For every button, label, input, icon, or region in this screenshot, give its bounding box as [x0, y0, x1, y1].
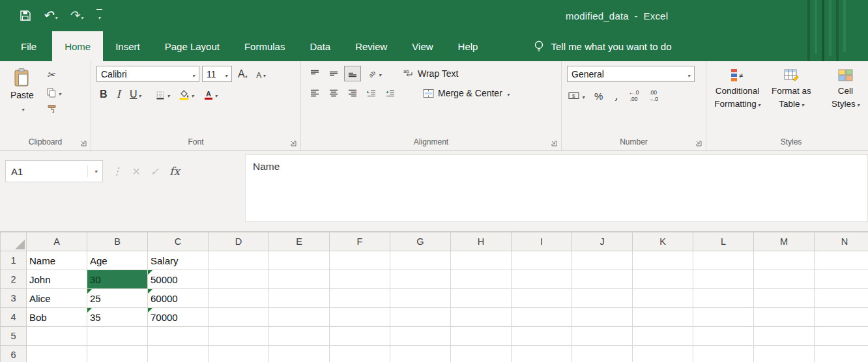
cell-D4[interactable]: [209, 308, 269, 327]
cell-L6[interactable]: [693, 346, 754, 362]
alignment-dialog-launcher[interactable]: [550, 139, 558, 148]
cell-J4[interactable]: [572, 308, 633, 327]
paste-button[interactable]: Paste: [5, 66, 39, 135]
cell-M6[interactable]: [754, 346, 815, 362]
cell-A6[interactable]: [27, 346, 87, 362]
cell-B4[interactable]: 35: [87, 308, 148, 327]
col-header-M[interactable]: M: [754, 232, 815, 251]
formula-input[interactable]: Name: [245, 154, 868, 222]
cell-G3[interactable]: [390, 289, 451, 308]
orientation-button[interactable]: ab: [363, 66, 385, 81]
redo-button[interactable]: [65, 7, 87, 25]
cell-J2[interactable]: [572, 270, 633, 289]
cell-B1[interactable]: Age: [87, 251, 148, 270]
cell-J5[interactable]: [572, 327, 633, 346]
row-header-4[interactable]: 4: [1, 308, 27, 327]
cell-N6[interactable]: [815, 346, 868, 362]
select-all-corner[interactable]: [1, 232, 27, 251]
row-header-5[interactable]: 5: [1, 327, 27, 346]
tab-view[interactable]: View: [399, 31, 445, 61]
cell-F6[interactable]: [330, 346, 390, 362]
cell-D6[interactable]: [209, 346, 269, 362]
cell-G2[interactable]: [390, 270, 451, 289]
wrap-text-button[interactable]: ab Wrap Text: [399, 67, 462, 80]
align-center-button[interactable]: [325, 85, 342, 101]
cell-I4[interactable]: [512, 308, 572, 327]
number-dialog-launcher[interactable]: [695, 139, 703, 148]
col-header-E[interactable]: E: [269, 232, 330, 251]
cell-C4[interactable]: 70000: [148, 308, 209, 327]
cell-E1[interactable]: [269, 251, 330, 270]
cell-B3[interactable]: 25: [87, 289, 148, 308]
undo-button[interactable]: [39, 7, 61, 25]
cell-B2[interactable]: 30: [87, 270, 148, 289]
cell-N5[interactable]: [815, 327, 868, 346]
cell-N4[interactable]: [815, 308, 868, 327]
cell-K4[interactable]: [633, 308, 693, 327]
col-header-A[interactable]: A: [27, 232, 87, 251]
align-right-button[interactable]: [344, 85, 361, 101]
cell-C1[interactable]: Salary: [148, 251, 209, 270]
col-header-F[interactable]: F: [330, 232, 390, 251]
cell-G6[interactable]: [390, 346, 451, 362]
col-header-L[interactable]: L: [693, 232, 754, 251]
bold-button[interactable]: B: [96, 87, 111, 102]
font-color-button[interactable]: A: [200, 87, 221, 102]
col-header-B[interactable]: B: [87, 232, 148, 251]
cell-L1[interactable]: [693, 251, 754, 270]
col-header-H[interactable]: H: [451, 232, 512, 251]
cell-D2[interactable]: [209, 270, 269, 289]
align-left-button[interactable]: [306, 85, 323, 101]
accounting-format-button[interactable]: $: [567, 89, 586, 102]
tab-data[interactable]: Data: [297, 31, 343, 61]
formula-bar-handle-icon[interactable]: [112, 165, 122, 177]
comma-style-button[interactable]: ,: [611, 88, 621, 104]
format-as-table-button[interactable]: Format as Table: [766, 66, 817, 135]
cell-A5[interactable]: [27, 327, 87, 346]
cell-G4[interactable]: [390, 308, 451, 327]
cell-G5[interactable]: [390, 327, 451, 346]
cell-A3[interactable]: Alice: [27, 289, 87, 308]
merge-center-button[interactable]: Merge & Center: [420, 87, 513, 100]
col-header-D[interactable]: D: [209, 232, 269, 251]
cell-F2[interactable]: [330, 270, 390, 289]
cell-J6[interactable]: [572, 346, 633, 362]
cell-N2[interactable]: [815, 270, 868, 289]
cell-B6[interactable]: [87, 346, 148, 362]
cell-C5[interactable]: [148, 327, 209, 346]
cell-E2[interactable]: [269, 270, 330, 289]
underline-button[interactable]: U: [126, 87, 145, 102]
tab-home[interactable]: Home: [52, 31, 103, 61]
cancel-icon[interactable]: [132, 164, 140, 179]
tab-review[interactable]: Review: [343, 31, 399, 61]
middle-align-button[interactable]: [325, 66, 342, 81]
cell-H4[interactable]: [451, 308, 512, 327]
cell-M2[interactable]: [754, 270, 815, 289]
cell-A1[interactable]: Name: [27, 251, 87, 270]
col-header-I[interactable]: I: [512, 232, 572, 251]
cell-K3[interactable]: [633, 289, 693, 308]
cut-button[interactable]: [46, 68, 63, 81]
tab-insert[interactable]: Insert: [103, 31, 152, 61]
row-header-3[interactable]: 3: [1, 289, 27, 308]
decrease-decimal-button[interactable]: .00 →.0: [646, 89, 660, 103]
cell-I5[interactable]: [512, 327, 572, 346]
customize-quick-access-button[interactable]: [91, 7, 108, 25]
cell-A2[interactable]: John: [27, 270, 87, 289]
cell-H6[interactable]: [451, 346, 512, 362]
cell-N1[interactable]: [815, 251, 868, 270]
cell-D3[interactable]: [209, 289, 269, 308]
tab-help[interactable]: Help: [446, 31, 491, 61]
cell-M4[interactable]: [754, 308, 815, 327]
cell-B5[interactable]: [87, 327, 148, 346]
cell-H5[interactable]: [451, 327, 512, 346]
cell-J3[interactable]: [572, 289, 633, 308]
top-align-button[interactable]: [306, 66, 323, 81]
clipboard-dialog-launcher[interactable]: [80, 139, 88, 148]
col-header-K[interactable]: K: [633, 232, 693, 251]
copy-button[interactable]: [46, 86, 63, 99]
decrease-font-size-button[interactable]: A: [253, 67, 268, 81]
tab-page-layout[interactable]: Page Layout: [152, 31, 232, 61]
cell-L4[interactable]: [693, 308, 754, 327]
cell-H1[interactable]: [451, 251, 512, 270]
